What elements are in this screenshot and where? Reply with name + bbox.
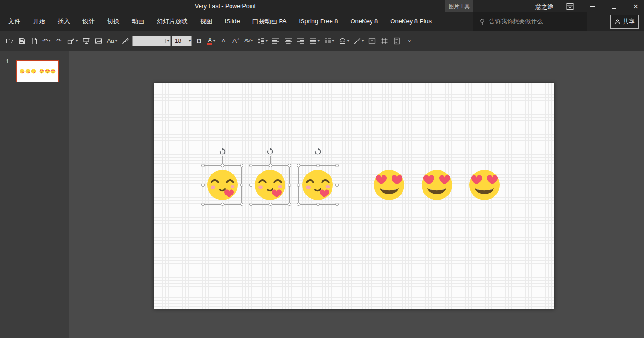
account-user-name[interactable]: 意之途 [535,3,553,11]
thumb-heart-eyes-emoji [45,69,50,74]
shape-outline-button[interactable]: ▾ [352,34,365,48]
character-spacing-button[interactable]: AV▾ [243,34,254,48]
share-button[interactable]: 共享 [610,15,639,29]
tab-ispring-free-8[interactable]: iSpring Free 8 [293,12,344,31]
rotate-handle-icon[interactable] [219,148,226,155]
selection-handle-mr[interactable] [335,184,339,187]
font-color-button[interactable]: A▾ [206,34,217,48]
format-painter-icon[interactable] [120,34,131,48]
selection-handle-tr[interactable] [335,164,339,167]
slide-canvas[interactable] [154,83,554,309]
selection-handle-tm[interactable] [221,164,224,167]
tab-design[interactable]: 设计 [76,12,101,31]
tab-home[interactable]: 开始 [27,12,51,31]
slide-thumbnail[interactable] [16,60,59,82]
rotate-handle-icon[interactable] [266,148,274,155]
line-spacing-button[interactable]: ▾ [256,34,269,48]
kiss-emoji[interactable] [205,168,240,202]
selection-handle-tl[interactable] [297,164,300,167]
insert-picture-icon[interactable] [93,34,104,48]
rotation-stem [222,156,223,164]
selection-handle-ml[interactable] [201,184,205,187]
selection-box[interactable] [251,165,290,205]
kiss-emoji[interactable] [301,168,335,202]
align-left-button[interactable] [271,34,282,48]
selection-handle-br[interactable] [288,203,291,206]
ribbon-display-options-icon[interactable] [566,2,574,10]
save-icon[interactable] [16,34,27,48]
tab-animations[interactable]: 动画 [126,12,151,31]
slide-number: 1 [6,58,9,65]
open-file-icon[interactable] [4,34,15,48]
text-style-icon[interactable]: Aa▾ [105,34,119,48]
justify-button[interactable]: ▾ [308,34,321,48]
shape-fill-button[interactable]: ▾ [337,34,351,48]
tab-view[interactable]: 视图 [194,12,219,31]
selection-box[interactable] [298,165,337,205]
tab-onekey-8-plus[interactable]: OneKey 8 Plus [384,12,438,31]
selection-handle-bl[interactable] [249,203,252,206]
selection-handle-br[interactable] [335,203,339,206]
selection-handle-ml[interactable] [297,184,300,187]
rotation-stem [318,156,318,164]
selection-handle-tm[interactable] [269,164,272,167]
bold-button[interactable]: B [193,34,204,48]
start-slideshow-icon[interactable] [80,34,91,48]
selection-handle-tr[interactable] [288,164,291,167]
search-input[interactable] [489,18,577,25]
align-center-button[interactable] [283,34,294,48]
quick-toolbar: ↶▾↷▾Aa▾▾18▾BA▾AAAV▾▾▾▾▾▾∨ [0,31,644,51]
tab-pocket-animation[interactable]: 口袋动画 PA [246,12,293,31]
more-options-button[interactable]: ∨ [404,34,415,48]
selection-handle-bm[interactable] [269,203,272,206]
align-grid-button[interactable] [379,34,390,48]
tab-slideshow[interactable]: 幻灯片放映 [151,12,194,31]
selection-handle-bm[interactable] [221,203,224,206]
columns-button[interactable]: ▾ [322,34,336,48]
undo-icon[interactable]: ↶▾ [41,34,52,48]
picture-tools-label: 图片工具 [449,3,470,10]
toolbar-items: ↶▾↷▾Aa▾▾18▾BA▾AAAV▾▾▾▾▾▾∨ [4,34,415,48]
window-title: Very Fast - PowerPoint [195,3,256,10]
font-name-combobox[interactable]: ▾ [132,36,171,46]
text-box-button[interactable] [367,34,378,48]
workspace: 1 [0,51,644,338]
tell-me-search[interactable] [473,12,587,31]
selection-handle-bl[interactable] [297,203,300,206]
tab-insert[interactable]: 插入 [51,12,76,31]
tab-islide[interactable]: iSlide [219,12,246,31]
selection-handle-ml[interactable] [249,184,252,187]
tab-file[interactable]: 文件 [2,12,27,31]
minimize-button[interactable] [584,0,600,12]
title-bar: Very Fast - PowerPoint 意之途 × [0,0,644,12]
draw-shape-icon[interactable]: ▾ [66,34,79,48]
selection-handle-mr[interactable] [240,184,243,187]
heart-eyes-emoji[interactable] [467,168,502,202]
rotate-handle-icon[interactable] [314,148,322,155]
selection-handle-bl[interactable] [201,203,205,206]
selection-handle-tl[interactable] [201,164,205,167]
selection-handle-tr[interactable] [240,164,243,167]
kiss-emoji[interactable] [253,168,287,202]
selection-handle-tl[interactable] [249,164,252,167]
selection-box[interactable] [203,165,242,205]
notes-button[interactable] [392,34,402,48]
tab-transitions[interactable]: 切换 [101,12,126,31]
heart-eyes-emoji[interactable] [372,168,406,202]
close-button[interactable]: × [628,0,644,12]
font-size-combobox[interactable]: 18▾ [172,36,192,46]
tab-onekey-8[interactable]: OneKey 8 [344,12,384,31]
thumb-kiss-emoji [20,69,25,74]
maximize-button[interactable] [606,0,622,12]
selection-handle-br[interactable] [240,203,243,206]
selection-handle-mr[interactable] [288,184,291,187]
grow-font-button[interactable]: A [231,34,242,48]
rotation-stem [270,156,271,164]
selection-handle-bm[interactable] [316,203,320,206]
selection-handle-tm[interactable] [316,164,320,167]
redo-icon[interactable]: ↷ [53,34,64,48]
shrink-font-button[interactable]: A [218,34,229,48]
align-right-button[interactable] [295,34,306,48]
new-slide-icon[interactable] [29,34,40,48]
heart-eyes-emoji[interactable] [420,168,454,202]
